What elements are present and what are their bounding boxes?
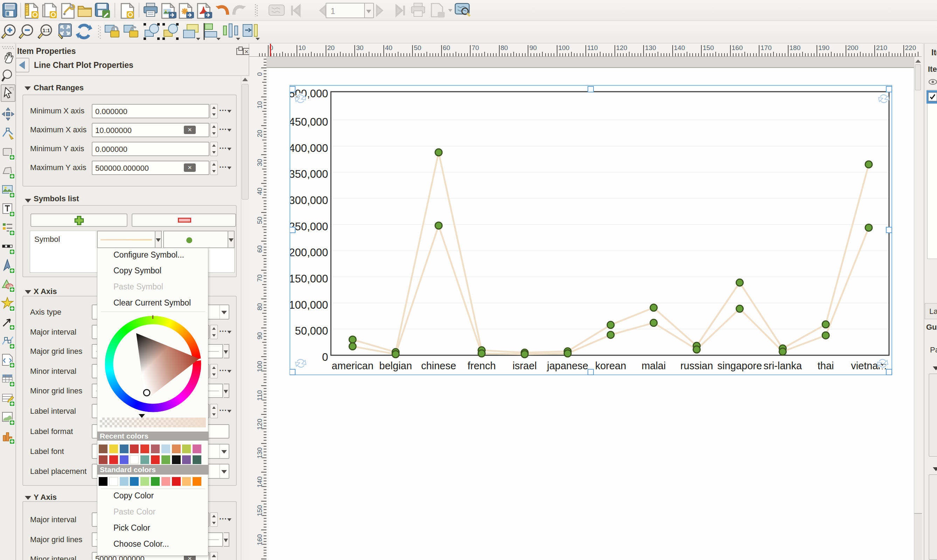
svg-text:50,000: 50,000: [295, 325, 328, 337]
svg-text:japanese: japanese: [547, 360, 588, 371]
svg-text:450,000: 450,000: [290, 116, 328, 128]
svg-text:350,000: 350,000: [290, 168, 328, 180]
svg-text:korean: korean: [595, 360, 626, 371]
svg-text:chinese: chinese: [421, 360, 456, 371]
svg-text:american: american: [331, 360, 373, 371]
svg-text:100,000: 100,000: [290, 299, 328, 311]
svg-text:200,000: 200,000: [290, 246, 328, 258]
svg-text:israel: israel: [513, 360, 537, 371]
svg-text:singapore: singapore: [717, 360, 762, 371]
svg-text:russian: russian: [680, 360, 713, 371]
svg-text:400,000: 400,000: [290, 142, 328, 154]
svg-text:malai: malai: [641, 360, 666, 371]
svg-text:150,000: 150,000: [290, 273, 328, 285]
svg-text:300,000: 300,000: [290, 194, 328, 206]
svg-text:0: 0: [322, 351, 328, 363]
svg-text:sri-lanka: sri-lanka: [764, 360, 802, 371]
svg-text:belgian: belgian: [379, 360, 412, 371]
svg-text:1:1: 1:1: [42, 27, 50, 33]
svg-text:thai: thai: [818, 360, 834, 371]
svg-text:french: french: [467, 360, 496, 371]
